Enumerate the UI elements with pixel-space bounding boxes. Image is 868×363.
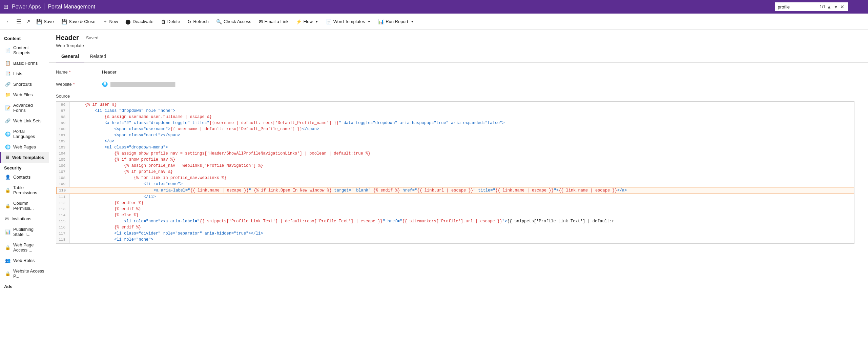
- portal-languages-icon: 🌐: [5, 132, 11, 137]
- sidebar-item-label: Shortcuts: [13, 82, 32, 87]
- line-number: 118: [56, 237, 70, 243]
- search-close-button[interactable]: ✕: [840, 3, 845, 10]
- search-input[interactable]: [778, 4, 819, 9]
- sidebar-item-web-templates[interactable]: 🖥 Web Templates: [0, 152, 49, 163]
- line-number: 97: [56, 108, 70, 114]
- tab-related[interactable]: Related: [84, 51, 111, 62]
- line-number: 101: [56, 132, 70, 138]
- sidebar-item-table-permissions[interactable]: 🔒 Table Permissions: [0, 182, 49, 198]
- line-content: {% assign show_profile_nav = settings['H…: [70, 150, 370, 157]
- sidebar-item-invitations[interactable]: ✉ Invitations: [0, 214, 49, 224]
- sidebar-section-ads: Ads: [0, 281, 49, 290]
- sidebar-item-label: Publishing State T...: [13, 227, 45, 237]
- line-number: 99: [56, 120, 70, 126]
- code-line: 105 {% if show_profile_nav %}: [56, 157, 854, 163]
- line-content: <li role="none">: [70, 181, 183, 187]
- email-link-button[interactable]: ✉ Email a Link: [255, 17, 292, 26]
- website-row: Website * 🌐 ██████████ ██████████: [56, 81, 861, 87]
- word-templates-button[interactable]: 📄 Word Templates ▼: [323, 17, 374, 26]
- save-close-button[interactable]: 💾 Save & Close: [58, 17, 99, 26]
- sidebar-item-web-pages[interactable]: 🌐 Web Pages: [0, 142, 49, 152]
- deactivate-button[interactable]: ⬤ Deactivate: [122, 17, 157, 26]
- line-content: {% if show_profile_nav %}: [70, 157, 175, 163]
- website-link[interactable]: ██████████ ██████████: [110, 82, 175, 87]
- search-next-button[interactable]: ▼: [833, 3, 839, 10]
- sidebar-item-label: Contacts: [13, 175, 30, 180]
- code-line: 108 {% for link in profile_nav.weblinks …: [56, 175, 854, 181]
- code-editor[interactable]: 96 {% if user %}97 <li class="dropdown" …: [56, 101, 854, 244]
- sidebar-item-label: Content Snippets: [13, 45, 45, 55]
- open-button[interactable]: ↗: [24, 16, 32, 27]
- save-button[interactable]: 💾 Save: [33, 17, 57, 26]
- flow-button[interactable]: ⚡ Flow ▼: [292, 17, 322, 26]
- sidebar-item-portal-languages[interactable]: 🌐 Portal Languages: [0, 126, 49, 142]
- new-button[interactable]: ＋ New: [99, 17, 121, 27]
- tab-general[interactable]: General: [56, 51, 84, 62]
- sidebar-item-label: Website Access P...: [13, 268, 45, 279]
- record-title: Header: [56, 34, 79, 42]
- code-line: 119 <a aria-label="{{ snippets['links/lo…: [56, 243, 854, 244]
- app-name: Power Apps: [12, 4, 41, 10]
- line-content: {% endif %}: [70, 224, 141, 230]
- save-close-label: Save & Close: [69, 19, 96, 24]
- refresh-button[interactable]: ↻ Refresh: [184, 17, 212, 26]
- flow-label: Flow: [303, 19, 312, 24]
- web-files-icon: 📁: [5, 92, 11, 97]
- detail-view-button[interactable]: ☰: [14, 16, 23, 27]
- back-button[interactable]: ←: [4, 17, 14, 27]
- portal-name: Portal Management: [48, 4, 95, 10]
- sidebar-item-web-link-sets[interactable]: 🔗 Web Link Sets: [0, 116, 49, 126]
- delete-label: Delete: [167, 19, 180, 24]
- sidebar-item-shortcuts[interactable]: 🔗 Shortcuts: [0, 79, 49, 89]
- sidebar-item-contacts[interactable]: 👤 Contacts: [0, 172, 49, 182]
- line-number: 104: [56, 150, 70, 157]
- line-content: {% for link in profile_nav.weblinks %}: [70, 175, 226, 181]
- new-label: New: [109, 19, 118, 24]
- table-permissions-icon: 🔒: [5, 188, 11, 193]
- line-content: </a>: [70, 138, 114, 144]
- line-content: {% endif %}: [70, 206, 141, 212]
- sidebar-item-label: Column Permissi...: [13, 201, 45, 211]
- shortcuts-icon: 🔗: [5, 82, 11, 87]
- sidebar-item-lists[interactable]: 📑 Lists: [0, 68, 49, 79]
- sidebar-item-web-files[interactable]: 📁 Web Files: [0, 89, 49, 100]
- line-content: <a aria-label="{{ snippets['links/logout…: [70, 243, 607, 244]
- line-number: 116: [56, 224, 70, 230]
- deactivate-label: Deactivate: [132, 19, 153, 24]
- code-line: 97 <li class="dropdown" role="none">: [56, 108, 854, 114]
- sidebar-item-web-roles[interactable]: 👥 Web Roles: [0, 255, 49, 266]
- line-content: {% assign username=user.fullname | escap…: [70, 114, 212, 120]
- line-number: 107: [56, 169, 70, 175]
- run-report-button[interactable]: 📊 Run Report ▼: [375, 17, 417, 26]
- line-content: <span class="caret"></span>: [70, 132, 180, 138]
- code-line: 109 <li role="none">: [56, 181, 854, 187]
- flow-icon: ⚡: [296, 19, 302, 24]
- code-line: 113 {% endif %}: [56, 206, 854, 212]
- sidebar-item-advanced-forms[interactable]: 📝 Advanced Forms: [0, 100, 49, 116]
- search-prev-button[interactable]: ▲: [826, 3, 832, 10]
- line-content: <ul class="dropdown-menu">: [70, 144, 168, 150]
- line-content: {% if profile_nav %}: [70, 169, 173, 175]
- form-area: Name * Header Website * 🌐 ██████████ ███…: [49, 63, 868, 363]
- sidebar-item-web-page-access[interactable]: 🔒 Web Page Access ...: [0, 240, 49, 255]
- sidebar-item-website-access[interactable]: 🔒 Website Access P...: [0, 266, 49, 281]
- line-number: 119: [56, 243, 70, 244]
- check-access-button[interactable]: 🔍 Check Access: [213, 17, 255, 26]
- required-indicator-website: *: [73, 82, 75, 87]
- invitations-icon: ✉: [5, 216, 9, 221]
- line-number: 112: [56, 200, 70, 206]
- sidebar-item-label: Advanced Forms: [13, 103, 45, 113]
- email-icon: ✉: [259, 19, 263, 24]
- sidebar-item-label: Basic Forms: [13, 61, 38, 66]
- sidebar-item-publishing-state[interactable]: 📊 Publishing State T...: [0, 224, 49, 240]
- sidebar-item-content-snippets[interactable]: 📄 Content Snippets: [0, 42, 49, 58]
- sidebar-item-column-permissions[interactable]: 🔒 Column Permissi...: [0, 198, 49, 214]
- sidebar-item-label: Web Roles: [13, 258, 35, 263]
- check-access-icon: 🔍: [216, 19, 222, 24]
- sidebar-item-basic-forms[interactable]: 📋 Basic Forms: [0, 58, 49, 68]
- waffle-icon[interactable]: ⊞: [3, 3, 8, 11]
- delete-icon: 🗑: [161, 19, 166, 24]
- delete-button[interactable]: 🗑 Delete: [158, 17, 184, 26]
- web-link-sets-icon: 🔗: [5, 118, 11, 123]
- code-line: 96 {% if user %}: [56, 102, 854, 108]
